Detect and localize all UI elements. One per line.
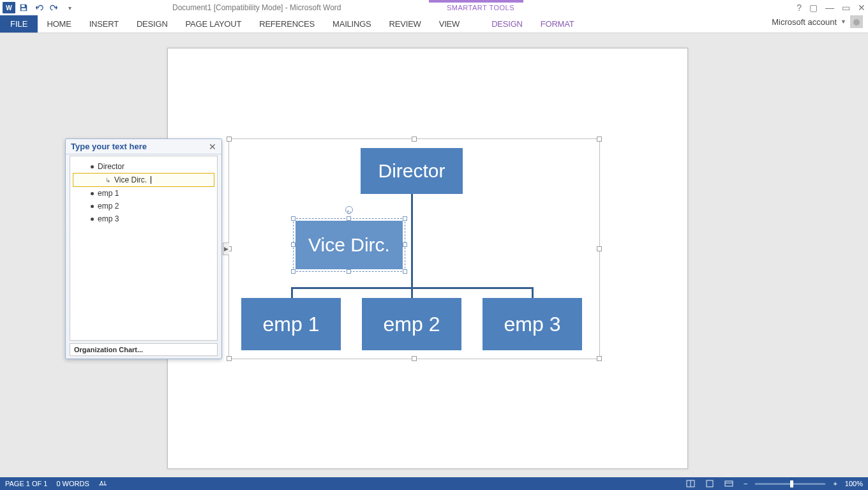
window-title: Document1 [Compatibility Mode] - Microso… xyxy=(172,3,341,12)
account-label: Microsoft account xyxy=(772,17,837,27)
close-icon[interactable]: ✕ xyxy=(209,142,216,152)
tab-page-layout[interactable]: PAGE LAYOUT xyxy=(177,15,251,33)
bullet-icon xyxy=(91,205,94,208)
window-controls: ? ▢ — ▭ ✕ xyxy=(797,3,865,13)
tab-review[interactable]: REVIEW xyxy=(380,15,430,33)
tab-smartart-format[interactable]: FORMAT xyxy=(532,15,583,33)
contextual-tools-label: SMARTART TOOLS xyxy=(447,4,514,11)
undo-button[interactable] xyxy=(32,1,46,15)
resize-handle[interactable] xyxy=(597,356,602,361)
svg-rect-7 xyxy=(22,8,26,11)
status-bar: PAGE 1 OF 1 0 WORDS − + 100% xyxy=(0,477,868,490)
org-connector xyxy=(291,287,293,299)
textpane-item-label: emp 2 xyxy=(98,202,119,211)
minimize-button[interactable]: — xyxy=(825,3,834,13)
tab-mailings[interactable]: MAILINGS xyxy=(324,15,380,33)
slider-thumb[interactable] xyxy=(790,480,793,487)
org-node-director[interactable]: Director xyxy=(361,148,463,194)
resize-handle[interactable] xyxy=(227,356,232,361)
resize-handle[interactable] xyxy=(412,137,417,142)
org-node-vice[interactable]: Vice Dirc. xyxy=(296,221,403,269)
redo-button[interactable] xyxy=(47,1,61,15)
quick-access-toolbar: W ▾ xyxy=(0,1,77,15)
smartart-text-pane[interactable]: Type your text here ✕ Director ↳ Vice Di… xyxy=(65,138,222,359)
org-node-emp2[interactable]: emp 2 xyxy=(362,298,461,350)
chevron-down-icon: ▼ xyxy=(841,19,846,25)
bullet-icon xyxy=(91,192,94,195)
textpane-item[interactable]: emp 3 xyxy=(73,212,214,225)
org-connector xyxy=(411,194,413,288)
tab-references[interactable]: REFERENCES xyxy=(250,15,324,33)
org-connector xyxy=(411,287,413,299)
title-bar: W ▾ Document1 [Compatibility Mode] - Mic… xyxy=(0,0,868,15)
zoom-level[interactable]: 100% xyxy=(845,480,863,487)
sub-bullet-icon: ↳ xyxy=(105,177,110,184)
tab-home[interactable]: HOME xyxy=(38,15,80,33)
textpane-title: Type your text here xyxy=(71,142,147,151)
ribbon-tabs: FILE HOME INSERT DESIGN PAGE LAYOUT REFE… xyxy=(0,15,868,33)
textpane-item[interactable]: emp 1 xyxy=(73,187,214,200)
status-page[interactable]: PAGE 1 OF 1 xyxy=(5,480,47,487)
org-node-emp3[interactable]: emp 3 xyxy=(483,298,582,350)
textpane-item[interactable]: Director xyxy=(73,160,214,173)
account-menu[interactable]: Microsoft account ▼ xyxy=(772,15,863,28)
textpane-item-label: Director xyxy=(98,162,124,171)
contextual-tab-strip xyxy=(429,0,523,3)
resize-handle[interactable] xyxy=(412,356,417,361)
resize-handle[interactable] xyxy=(597,246,602,251)
svg-rect-11 xyxy=(725,481,733,486)
status-words[interactable]: 0 WORDS xyxy=(56,480,89,487)
textpane-body[interactable]: Director ↳ Vice Dirc. emp 1 emp 2 emp 3 xyxy=(70,156,218,341)
zoom-slider[interactable] xyxy=(755,483,825,485)
document-workspace[interactable]: ▶ Director Vice Dirc. emp 1 emp 2 emp 3 … xyxy=(0,33,868,477)
zoom-in-button[interactable]: + xyxy=(830,480,839,487)
svg-rect-10 xyxy=(707,480,713,487)
tab-insert[interactable]: INSERT xyxy=(80,15,128,33)
zoom-out-button[interactable]: − xyxy=(741,480,750,487)
textpane-header[interactable]: Type your text here ✕ xyxy=(66,139,221,154)
close-button[interactable]: ✕ xyxy=(858,3,865,13)
tab-smartart-design[interactable]: DESIGN xyxy=(483,15,532,33)
save-button[interactable] xyxy=(17,1,31,15)
textpane-item[interactable]: emp 2 xyxy=(73,200,214,212)
resize-handle[interactable] xyxy=(227,137,232,142)
bullet-icon xyxy=(91,165,94,168)
tab-design[interactable]: DESIGN xyxy=(128,15,177,33)
org-connector xyxy=(532,287,534,299)
resize-handle[interactable] xyxy=(597,137,602,142)
textpane-toggle-button[interactable]: ▶ xyxy=(223,242,229,255)
svg-rect-6 xyxy=(22,5,25,8)
view-print-layout-button[interactable] xyxy=(703,479,717,489)
textpane-item-label: emp 3 xyxy=(98,214,119,223)
view-read-mode-button[interactable] xyxy=(684,479,698,489)
spellcheck-icon[interactable] xyxy=(98,479,107,488)
ribbon-display-options-button[interactable]: ▢ xyxy=(809,3,818,13)
maximize-button[interactable]: ▭ xyxy=(842,3,850,13)
avatar xyxy=(850,15,863,28)
tab-file[interactable]: FILE xyxy=(0,15,38,33)
org-node-emp1[interactable]: emp 1 xyxy=(241,298,341,350)
tab-view[interactable]: VIEW xyxy=(430,15,468,33)
textpane-footer[interactable]: Organization Chart... xyxy=(70,343,218,356)
view-web-layout-button[interactable] xyxy=(722,479,736,489)
help-button[interactable]: ? xyxy=(797,3,802,13)
bullet-icon xyxy=(91,218,94,221)
qat-customize-button[interactable]: ▾ xyxy=(63,1,77,15)
word-app-icon: W xyxy=(3,2,15,13)
textpane-item[interactable]: ↳ Vice Dirc. xyxy=(73,173,214,187)
textpane-item-label: Vice Dirc. xyxy=(114,175,147,184)
textpane-item-label: emp 1 xyxy=(98,189,119,198)
text-cursor xyxy=(151,176,151,184)
